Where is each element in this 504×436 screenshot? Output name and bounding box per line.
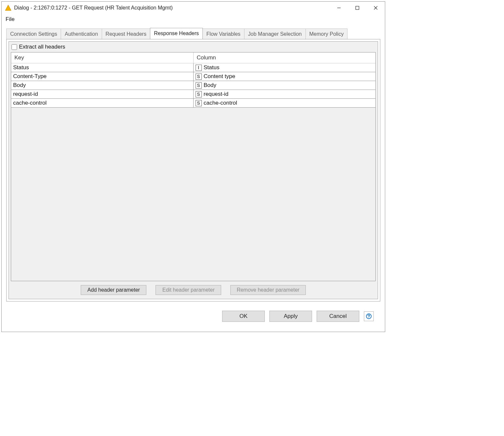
ok-button[interactable]: OK — [222, 311, 265, 322]
tab-request-headers[interactable]: Request Headers — [102, 29, 151, 39]
extract-all-headers-checkbox[interactable] — [11, 44, 17, 50]
client-area: Connection SettingsAuthenticationRequest… — [2, 28, 385, 332]
type-badge-icon: S — [196, 82, 202, 89]
edit-header-parameter-button[interactable]: Edit header parameter — [156, 285, 221, 295]
cell-column: IStatus — [193, 63, 375, 72]
titlebar: Dialog - 2:1267:0:1272 - GET Request (HR… — [2, 2, 385, 14]
add-header-parameter-button[interactable]: Add header parameter — [81, 285, 146, 295]
table-row[interactable]: BodySBody — [11, 81, 375, 90]
cell-column: Scache-control — [193, 99, 375, 108]
cell-key: cache-control — [11, 99, 193, 108]
type-badge-icon: I — [196, 65, 202, 71]
tab-job-manager-selection[interactable]: Job Manager Selection — [244, 29, 306, 39]
extract-all-headers-row: Extract all headers — [9, 42, 378, 52]
cell-key: Body — [11, 81, 193, 90]
cell-column: Srequest-id — [193, 90, 375, 99]
table-empty-area — [11, 108, 375, 281]
type-badge-icon: S — [196, 91, 202, 97]
tab-memory-policy[interactable]: Memory Policy — [305, 29, 348, 39]
cell-column: SBody — [193, 81, 375, 90]
table-row[interactable]: cache-controlScache-control — [11, 99, 375, 108]
headers-table-head-row: Key Column — [11, 52, 375, 63]
app-icon — [5, 5, 11, 11]
tab-strip: Connection SettingsAuthenticationRequest… — [6, 28, 380, 39]
table-row[interactable]: Content-TypeSContent type — [11, 72, 375, 81]
cell-column-label: Content type — [204, 73, 235, 79]
minimize-button[interactable] — [330, 2, 348, 14]
headers-table: Key Column StatusIStatusContent-TypeSCon… — [11, 52, 375, 108]
menubar: File — [2, 14, 385, 26]
tab-response-headers[interactable]: Response Headers — [150, 28, 203, 39]
column-header-key[interactable]: Key — [11, 52, 193, 63]
table-row[interactable]: StatusIStatus — [11, 63, 375, 72]
column-header-column[interactable]: Column — [193, 52, 375, 63]
menu-file[interactable]: File — [6, 16, 14, 22]
cell-column-label: Status — [204, 64, 220, 71]
tab-flow-variables[interactable]: Flow Variables — [202, 29, 244, 39]
cell-column: SContent type — [193, 72, 375, 81]
cell-column-label: request-id — [204, 91, 229, 97]
svg-rect-2 — [356, 6, 359, 10]
help-button[interactable] — [364, 311, 374, 321]
cell-key: Content-Type — [11, 72, 193, 81]
window-controls — [330, 2, 385, 14]
table-row[interactable]: request-idSrequest-id — [11, 90, 375, 99]
cell-column-label: Body — [204, 82, 217, 88]
type-badge-icon: S — [196, 100, 202, 106]
dialog-footer: OK Apply Cancel — [6, 301, 380, 327]
cancel-button[interactable]: Cancel — [317, 311, 359, 322]
close-button[interactable] — [367, 2, 385, 14]
headers-table-wrap: Key Column StatusIStatusContent-TypeSCon… — [11, 52, 376, 281]
extract-all-headers-label: Extract all headers — [19, 44, 65, 50]
type-badge-icon: S — [196, 73, 202, 80]
dialog-window: Dialog - 2:1267:0:1272 - GET Request (HR… — [1, 1, 385, 332]
svg-marker-0 — [5, 5, 11, 10]
cell-key: request-id — [11, 90, 193, 99]
tab-authentication[interactable]: Authentication — [61, 29, 102, 39]
tab-connection-settings[interactable]: Connection Settings — [6, 29, 61, 39]
apply-button[interactable]: Apply — [269, 311, 312, 322]
header-actions-row: Add header parameter Edit header paramet… — [9, 281, 378, 299]
panel-inner: Extract all headers Key Column StatusISt… — [9, 41, 378, 299]
svg-point-6 — [368, 317, 369, 318]
remove-header-parameter-button[interactable]: Remove header parameter — [230, 285, 305, 295]
tab-panel-response-headers: Extract all headers Key Column StatusISt… — [6, 39, 380, 301]
maximize-button[interactable] — [348, 2, 367, 14]
window-title: Dialog - 2:1267:0:1272 - GET Request (HR… — [14, 5, 330, 11]
cell-column-label: cache-control — [204, 100, 237, 106]
cell-key: Status — [11, 63, 193, 72]
